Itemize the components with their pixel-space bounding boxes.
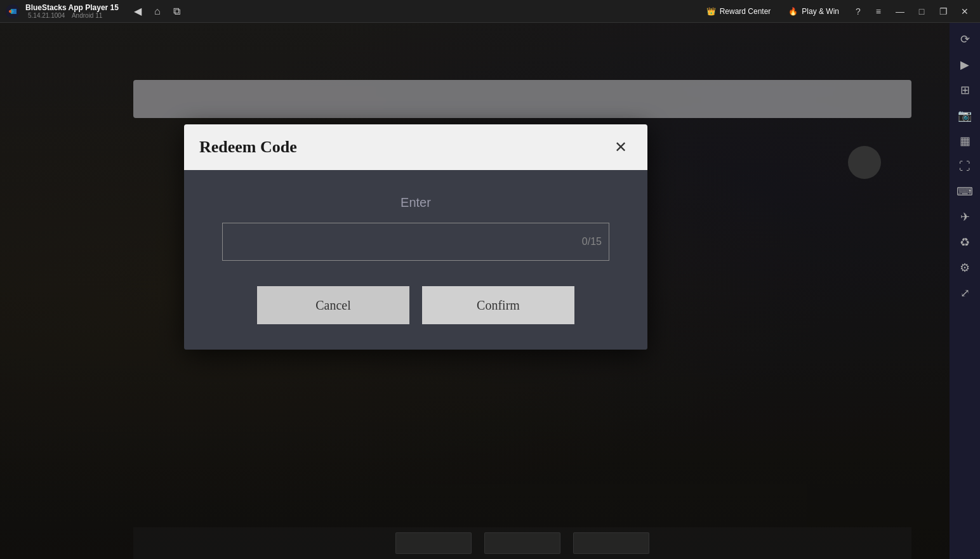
titlebar: BlueStacks App Player 15 5.14.21.1004 An… — [0, 0, 980, 23]
eco-icon[interactable]: ♻ — [953, 231, 976, 254]
expand-icon[interactable]: ⤢ — [953, 282, 976, 305]
titlebar-actions: 👑 Reward Center 🔥 Play & Win ? ≡ — [701, 5, 885, 18]
dialog-title: Redeem Code — [199, 138, 297, 157]
fire-icon: 🔥 — [788, 7, 798, 16]
maximize-button[interactable]: □ — [911, 3, 932, 20]
crown-icon: 👑 — [706, 7, 716, 16]
nav-buttons: ◀ ⌂ ⧉ — [131, 4, 183, 18]
confirm-button[interactable]: Confirm — [422, 286, 574, 324]
menu-button[interactable]: ≡ — [872, 5, 885, 18]
settings-icon[interactable]: ⚙ — [953, 256, 976, 279]
rotate-icon[interactable]: ⟳ — [953, 28, 976, 51]
code-input-wrapper: 0/15 — [222, 223, 609, 261]
dialog-close-button[interactable]: ✕ — [609, 136, 632, 159]
grid-icon[interactable]: ⊞ — [953, 79, 976, 102]
app-logo — [5, 4, 20, 19]
apk-icon[interactable]: ▦ — [953, 129, 976, 152]
window-controls: — □ ❐ ✕ — [890, 3, 975, 20]
right-sidebar: ⟳ ▶ ⊞ 📷 ▦ ⛶ ⌨ ✈ ♻ ⚙ ⤢ — [950, 23, 980, 559]
app-version: 5.14.21.1004 Android 11 — [28, 12, 119, 19]
enter-label: Enter — [222, 195, 609, 210]
back-button[interactable]: ◀ — [131, 4, 144, 18]
keyboard-icon[interactable]: ⌨ — [953, 180, 976, 203]
reward-center-button[interactable]: 👑 Reward Center — [701, 6, 776, 17]
svg-point-1 — [9, 10, 11, 13]
fullscreen-icon[interactable]: ⛶ — [953, 155, 976, 178]
app-name: BlueStacks App Player 15 — [25, 3, 119, 12]
copy-button[interactable]: ⧉ — [171, 4, 183, 18]
dialog-buttons: Cancel Confirm — [222, 286, 609, 331]
home-button[interactable]: ⌂ — [152, 4, 163, 18]
minimize-button[interactable]: — — [890, 3, 910, 20]
play-win-button[interactable]: 🔥 Play & Win — [783, 6, 844, 17]
close-button[interactable]: ✕ — [955, 3, 975, 20]
main-content: Redeem Code ✕ Enter 0/15 Cancel Confirm — [0, 23, 950, 559]
dialog-body: Enter 0/15 Cancel Confirm — [184, 170, 647, 350]
cancel-button[interactable]: Cancel — [257, 286, 409, 324]
help-button[interactable]: ? — [852, 5, 864, 18]
redeem-code-dialog: Redeem Code ✕ Enter 0/15 Cancel Confirm — [184, 124, 647, 350]
code-input[interactable] — [222, 223, 609, 261]
location-icon[interactable]: ✈ — [953, 206, 976, 228]
dialog-header: Redeem Code ✕ — [184, 124, 647, 170]
camera-icon[interactable]: 📷 — [953, 104, 976, 127]
restore-button[interactable]: ❐ — [933, 3, 953, 20]
play-icon[interactable]: ▶ — [953, 53, 976, 76]
